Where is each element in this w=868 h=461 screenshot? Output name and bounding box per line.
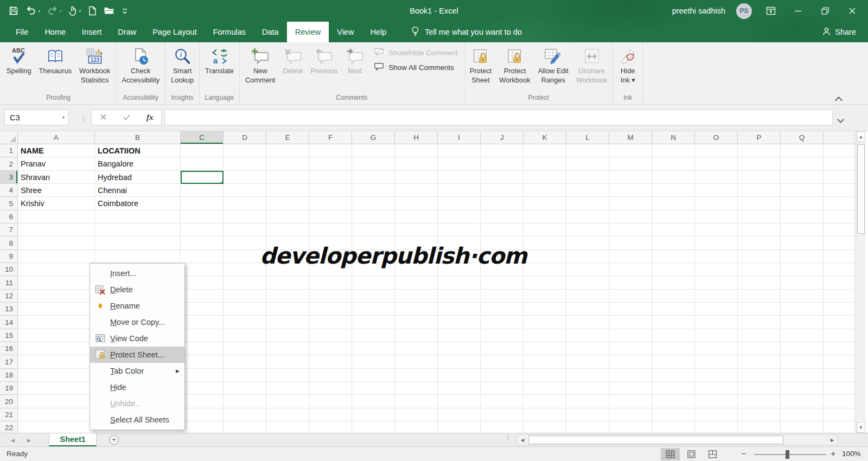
cell-H20[interactable]: [395, 395, 438, 408]
cell-G12[interactable]: [352, 290, 395, 303]
cell-H4[interactable]: [395, 184, 438, 197]
cell-P4[interactable]: [738, 184, 781, 197]
cell-K11[interactable]: [524, 276, 566, 290]
cell-O7[interactable]: [695, 223, 738, 236]
column-header-N[interactable]: N: [652, 131, 695, 144]
cell-J15[interactable]: [481, 329, 524, 342]
cell-E19[interactable]: [266, 382, 309, 395]
cell-L17[interactable]: [566, 355, 609, 369]
cell-I18[interactable]: [438, 369, 481, 382]
vscroll-thumb[interactable]: [857, 144, 865, 234]
cell-N9[interactable]: [652, 250, 695, 263]
cell-J5[interactable]: [481, 197, 524, 210]
cell-P17[interactable]: [738, 355, 781, 369]
tab-help[interactable]: Help: [362, 22, 394, 42]
cell-K1[interactable]: [524, 144, 566, 157]
cell-M19[interactable]: [609, 382, 652, 395]
cell-J4[interactable]: [481, 184, 524, 197]
cell-N2[interactable]: [652, 157, 695, 171]
cell-L2[interactable]: [566, 157, 609, 171]
protect-workbook-button[interactable]: Protect Workbook: [495, 43, 534, 85]
cell-F12[interactable]: [309, 290, 352, 303]
protect-sheet-button[interactable]: Protect Sheet: [466, 43, 496, 85]
ribbon-display-options-button[interactable]: [763, 3, 779, 19]
cell-H15[interactable]: [395, 329, 438, 342]
cell-N3[interactable]: [652, 171, 695, 184]
cell-C8[interactable]: [181, 236, 224, 250]
cell-C21[interactable]: [181, 408, 224, 421]
cell-N16[interactable]: [652, 342, 695, 355]
allow-edit-ranges-button[interactable]: Allow Edit Ranges: [534, 43, 572, 85]
cell-L16[interactable]: [566, 342, 609, 355]
cell-Q22[interactable]: [781, 421, 824, 433]
row-header-20[interactable]: 20: [0, 395, 18, 408]
cell-D21[interactable]: [224, 408, 266, 421]
column-header-E[interactable]: E: [266, 131, 309, 144]
cell-P20[interactable]: [738, 395, 781, 408]
cell-Q8[interactable]: [781, 236, 824, 250]
cell-M9[interactable]: [609, 250, 652, 263]
cell-E22[interactable]: [266, 421, 309, 433]
cell-partial-17[interactable]: [824, 355, 854, 369]
cell-partial-3[interactable]: [824, 171, 854, 184]
cell-D13[interactable]: [224, 303, 266, 316]
zoom-in-button[interactable]: +: [831, 447, 835, 461]
cell-K21[interactable]: [524, 408, 566, 421]
cell-K13[interactable]: [524, 303, 566, 316]
cell-K18[interactable]: [524, 369, 566, 382]
cell-G2[interactable]: [352, 157, 395, 171]
tab-formulas[interactable]: Formulas: [205, 22, 254, 42]
enter-check-icon[interactable]: [123, 113, 131, 123]
cell-M2[interactable]: [609, 157, 652, 171]
cell-G22[interactable]: [352, 421, 395, 433]
tab-review[interactable]: Review: [287, 22, 329, 42]
cell-I7[interactable]: [438, 223, 481, 236]
cell-I15[interactable]: [438, 329, 481, 342]
add-sheet-button[interactable]: +: [109, 435, 119, 445]
cell-Q15[interactable]: [781, 329, 824, 342]
cell-C18[interactable]: [181, 369, 224, 382]
cell-partial-8[interactable]: [824, 236, 854, 250]
cell-P18[interactable]: [738, 369, 781, 382]
cell-E9[interactable]: [266, 250, 309, 263]
menu-item-rename[interactable]: Rename: [90, 298, 184, 314]
row-header-3[interactable]: 3: [0, 171, 18, 184]
cell-H16[interactable]: [395, 342, 438, 355]
cell-J18[interactable]: [481, 369, 524, 382]
cell-F20[interactable]: [309, 395, 352, 408]
cell-F16[interactable]: [309, 342, 352, 355]
cell-A21[interactable]: [18, 408, 95, 421]
tell-me-box[interactable]: Tell me what you want to do: [411, 22, 522, 42]
cell-L4[interactable]: [566, 184, 609, 197]
cell-H8[interactable]: [395, 236, 438, 250]
cell-partial-13[interactable]: [824, 303, 854, 316]
cell-P16[interactable]: [738, 342, 781, 355]
cell-J10[interactable]: [481, 263, 524, 276]
row-header-5[interactable]: 5: [0, 197, 18, 210]
cell-D1[interactable]: [224, 144, 266, 157]
cell-H14[interactable]: [395, 316, 438, 329]
cell-E17[interactable]: [266, 355, 309, 369]
cell-N14[interactable]: [652, 316, 695, 329]
cell-K20[interactable]: [524, 395, 566, 408]
select-all-corner[interactable]: [0, 131, 18, 144]
cell-K12[interactable]: [524, 290, 566, 303]
cell-B2[interactable]: Bangalore: [95, 157, 181, 171]
menu-item-unhide[interactable]: Unhide...: [90, 395, 184, 412]
cell-I3[interactable]: [438, 171, 481, 184]
page-break-view-button[interactable]: [703, 448, 722, 460]
cell-P12[interactable]: [738, 290, 781, 303]
cell-A18[interactable]: [18, 369, 95, 382]
cell-J11[interactable]: [481, 276, 524, 290]
cell-D17[interactable]: [224, 355, 266, 369]
cell-M15[interactable]: [609, 329, 652, 342]
cell-N8[interactable]: [652, 236, 695, 250]
cell-I17[interactable]: [438, 355, 481, 369]
cell-partial-19[interactable]: [824, 382, 854, 395]
cell-C7[interactable]: [181, 223, 224, 236]
cell-F4[interactable]: [309, 184, 352, 197]
zoom-out-button[interactable]: −: [741, 447, 746, 461]
cell-partial-12[interactable]: [824, 290, 854, 303]
cell-E5[interactable]: [266, 197, 309, 210]
cell-C12[interactable]: [181, 290, 224, 303]
